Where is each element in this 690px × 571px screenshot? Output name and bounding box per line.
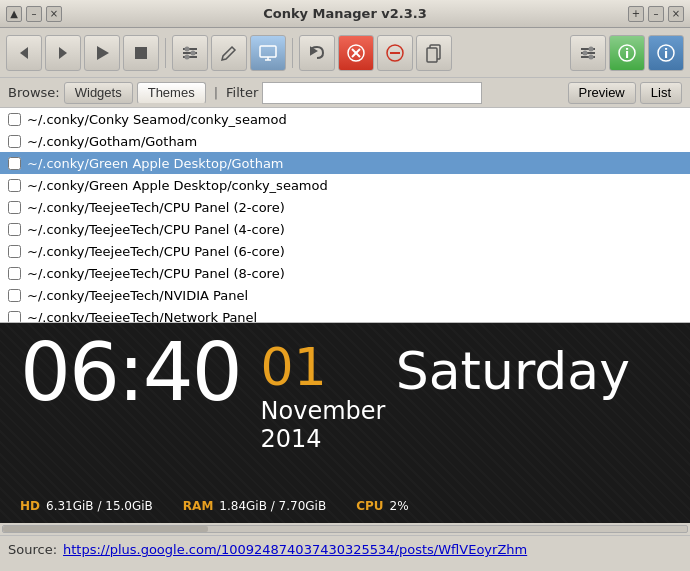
- svg-point-8: [191, 50, 196, 55]
- title-controls-right[interactable]: + – ×: [628, 6, 684, 22]
- file-checkbox[interactable]: [8, 113, 21, 126]
- file-path: ~/.conky/Green Apple Desktop/conky_seamo…: [27, 178, 328, 193]
- svg-point-26: [589, 54, 594, 59]
- file-checkbox[interactable]: [8, 267, 21, 280]
- date-block: 01 November 2014: [261, 341, 396, 453]
- file-path: ~/.conky/Gotham/Gotham: [27, 134, 197, 149]
- source-bar: Source: https://plus.google.com/10092487…: [0, 535, 690, 563]
- file-checkbox[interactable]: [8, 289, 21, 302]
- list-item[interactable]: ~/.conky/TeejeeTech/CPU Panel (2-core): [0, 196, 690, 218]
- date-day: 01: [261, 341, 396, 393]
- weekday: Saturday: [396, 341, 650, 401]
- cpu-value: 2%: [390, 499, 409, 513]
- file-path: ~/.conky/TeejeeTech/CPU Panel (8-core): [27, 266, 285, 281]
- title-btn-minimize-left[interactable]: –: [26, 6, 42, 22]
- date-month-year: November 2014: [261, 397, 396, 453]
- browse-separator: |: [214, 85, 218, 100]
- file-checkbox[interactable]: [8, 157, 21, 170]
- filter-input[interactable]: [262, 82, 482, 104]
- file-checkbox[interactable]: [8, 201, 21, 214]
- copy-button[interactable]: [416, 35, 452, 71]
- info-green-button[interactable]: i: [609, 35, 645, 71]
- filter-label: Filter: [226, 85, 258, 100]
- svg-text:i: i: [625, 47, 629, 61]
- tab-themes[interactable]: Themes: [137, 82, 206, 104]
- svg-marker-0: [20, 47, 28, 59]
- cpu-label: CPU: [356, 499, 383, 513]
- forward-button[interactable]: [45, 35, 81, 71]
- undo-button[interactable]: [299, 35, 335, 71]
- file-checkbox[interactable]: [8, 179, 21, 192]
- ram-label: RAM: [183, 499, 213, 513]
- edit-button[interactable]: [211, 35, 247, 71]
- stats-row: HD 6.31GiB / 15.0GiB RAM 1.84GiB / 7.70G…: [0, 499, 690, 523]
- svg-point-24: [589, 46, 594, 51]
- file-checkbox[interactable]: [8, 245, 21, 258]
- cancel-button[interactable]: [377, 35, 413, 71]
- svg-rect-10: [260, 46, 276, 57]
- file-path: ~/.conky/Conky Seamod/conky_seamod: [27, 112, 287, 127]
- ram-value: 1.84GiB / 7.70GiB: [219, 499, 326, 513]
- list-item[interactable]: ~/.conky/Conky Seamod/conky_seamod: [0, 108, 690, 130]
- scroll-track[interactable]: [2, 525, 688, 533]
- file-path: ~/.conky/TeejeeTech/Network Panel: [27, 310, 257, 324]
- time-display: 06:40: [20, 333, 241, 413]
- title-bar: ▲ – × Conky Manager v2.3.3 + – ×: [0, 0, 690, 28]
- title-btn-close-left[interactable]: ×: [46, 6, 62, 22]
- list-item[interactable]: ~/.conky/TeejeeTech/CPU Panel (8-core): [0, 262, 690, 284]
- file-path: ~/.conky/Green Apple Desktop/Gotham: [27, 156, 284, 171]
- file-checkbox[interactable]: [8, 311, 21, 324]
- list-item[interactable]: ~/.conky/Green Apple Desktop/Gotham: [0, 152, 690, 174]
- svg-marker-2: [97, 46, 109, 60]
- svg-point-25: [583, 50, 588, 55]
- title-btn-up[interactable]: ▲: [6, 6, 22, 22]
- title-controls-left[interactable]: ▲ – ×: [6, 6, 62, 22]
- list-item[interactable]: ~/.conky/TeejeeTech/Network Panel: [0, 306, 690, 323]
- back-button[interactable]: [6, 35, 42, 71]
- list-item[interactable]: ~/.conky/TeejeeTech/CPU Panel (4-core): [0, 218, 690, 240]
- stop-button[interactable]: [123, 35, 159, 71]
- list-item[interactable]: ~/.conky/TeejeeTech/NVIDIA Panel: [0, 284, 690, 306]
- toolbar: i i: [0, 28, 690, 78]
- scroll-thumb[interactable]: [3, 526, 208, 532]
- list-item[interactable]: ~/.conky/Green Apple Desktop/conky_seamo…: [0, 174, 690, 196]
- stop-active-button[interactable]: [338, 35, 374, 71]
- title-btn-close[interactable]: ×: [668, 6, 684, 22]
- settings-button[interactable]: [172, 35, 208, 71]
- svg-rect-20: [427, 48, 437, 62]
- cpu-stat: CPU 2%: [356, 499, 408, 513]
- title-btn-plus[interactable]: +: [628, 6, 644, 22]
- tab-widgets[interactable]: Widgets: [64, 82, 133, 104]
- toolbar-right: i i: [570, 35, 684, 71]
- title-btn-minimize[interactable]: –: [648, 6, 664, 22]
- toolbar-sep-1: [165, 38, 166, 68]
- file-path: ~/.conky/TeejeeTech/CPU Panel (2-core): [27, 200, 285, 215]
- source-link[interactable]: https://plus.google.com/1009248740374303…: [63, 542, 527, 557]
- toolbar-sep-2: [292, 38, 293, 68]
- browse-actions: Preview List: [568, 82, 682, 104]
- svg-point-7: [185, 46, 190, 51]
- clock-area: 06:40 01 November 2014 Saturday: [0, 323, 690, 499]
- source-label: Source:: [8, 542, 57, 557]
- settings-right-button[interactable]: [570, 35, 606, 71]
- monitor-button[interactable]: [250, 35, 286, 71]
- svg-marker-1: [59, 47, 67, 59]
- info-blue-button[interactable]: i: [648, 35, 684, 71]
- preview-panel: 06:40 01 November 2014 Saturday HD 6.31G…: [0, 323, 690, 523]
- window-title: Conky Manager v2.3.3: [62, 6, 628, 21]
- file-checkbox[interactable]: [8, 223, 21, 236]
- file-checkbox[interactable]: [8, 135, 21, 148]
- hd-value: 6.31GiB / 15.0GiB: [46, 499, 153, 513]
- svg-point-9: [185, 54, 190, 59]
- file-path: ~/.conky/TeejeeTech/CPU Panel (6-core): [27, 244, 285, 259]
- preview-button[interactable]: Preview: [568, 82, 636, 104]
- svg-marker-13: [311, 48, 316, 54]
- play-button[interactable]: [84, 35, 120, 71]
- svg-text:i: i: [664, 47, 668, 61]
- list-item[interactable]: ~/.conky/TeejeeTech/CPU Panel (6-core): [0, 240, 690, 262]
- list-item[interactable]: ~/.conky/Gotham/Gotham: [0, 130, 690, 152]
- preview-scrollbar[interactable]: [0, 523, 690, 535]
- list-button[interactable]: List: [640, 82, 682, 104]
- file-path: ~/.conky/TeejeeTech/CPU Panel (4-core): [27, 222, 285, 237]
- svg-rect-3: [135, 47, 147, 59]
